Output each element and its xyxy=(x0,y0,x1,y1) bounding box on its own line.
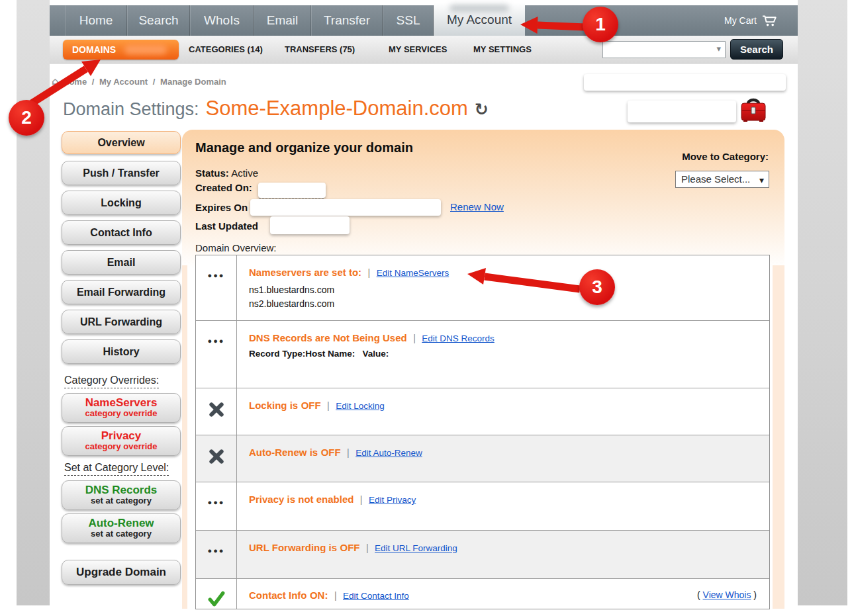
redaction-box xyxy=(258,183,326,198)
nav-tab-search[interactable]: Search xyxy=(127,5,190,36)
upgrade-domain-button[interactable]: Upgrade Domain xyxy=(62,560,181,585)
row-title: Locking is xyxy=(249,400,298,411)
toolbox-icon[interactable] xyxy=(737,94,770,127)
sidebar-tab-history[interactable]: History xyxy=(62,339,181,364)
left-gutter xyxy=(17,0,50,605)
sidebar-tab-email-forwarding[interactable]: Email Forwarding xyxy=(62,280,181,304)
nav-tab-email[interactable]: Email xyxy=(254,5,311,36)
edit-locking-link[interactable]: Edit Locking xyxy=(336,401,385,411)
redaction-smudge xyxy=(450,5,509,12)
x-icon xyxy=(209,402,224,418)
move-to-category-label: Move to Category: xyxy=(682,151,769,162)
view-whois-wrap: ( View Whois ) xyxy=(697,590,757,600)
edit-nameservers-link[interactable]: Edit NameServers xyxy=(377,268,450,278)
row-title: Nameservers are set to: xyxy=(249,267,361,278)
sidebar-tab-locking[interactable]: Locking xyxy=(62,191,181,215)
row-state: OFF xyxy=(340,542,360,553)
row-state: ON: xyxy=(310,590,328,601)
row-title: Privacy is not enabled xyxy=(249,494,354,505)
edit-auto-renew-link[interactable]: Edit Auto-Renew xyxy=(355,448,422,458)
nav-tab-ssl[interactable]: SSL xyxy=(383,5,434,36)
dns-record-detail: Record Type:Host Name: Value: xyxy=(249,349,759,359)
dots-icon: ●●● xyxy=(208,547,225,554)
redaction-box xyxy=(628,101,736,122)
domain-overview-table: ●●● Nameservers are set to: | Edit NameS… xyxy=(195,255,770,609)
check-icon xyxy=(208,591,225,607)
button-subtitle: set at category xyxy=(62,529,180,539)
button-title: Privacy xyxy=(62,429,180,442)
separator: | xyxy=(327,400,330,411)
button-subtitle: set at category xyxy=(62,496,180,506)
breadcrumb-my-account[interactable]: My Account xyxy=(99,77,148,87)
edit-url-forwarding-link[interactable]: Edit URL Forwarding xyxy=(375,543,457,553)
separator: | xyxy=(366,543,369,553)
expires-label: Expires On xyxy=(195,202,248,213)
nav-tab-my-account[interactable]: My Account xyxy=(434,3,525,36)
table-row-locking: Locking is OFF | Edit Locking xyxy=(196,388,769,435)
renew-now-link[interactable]: Renew Now xyxy=(450,201,504,212)
domain-search-combobox[interactable]: ▾ xyxy=(602,41,726,58)
domain-search-input[interactable] xyxy=(604,42,710,57)
refresh-icon[interactable]: ↻ xyxy=(475,100,489,119)
redaction-smudge xyxy=(124,45,167,54)
sidebar-button-dns-records-category[interactable]: DNS Records set at category xyxy=(62,480,181,510)
nav-tab-transfer[interactable]: Transfer xyxy=(311,5,383,36)
row-title: DNS Records are xyxy=(249,332,330,343)
created-line: Created On: xyxy=(195,182,252,193)
screen: Home Search WhoIs Email Transfer SSL My … xyxy=(0,0,852,616)
right-gutter xyxy=(798,0,847,605)
dots-icon: ●●● xyxy=(208,498,225,506)
row-state: OFF xyxy=(301,400,321,411)
category-select[interactable]: Please Select... ▾ xyxy=(675,171,769,188)
subnav-domains-button[interactable]: DOMAINS xyxy=(63,40,179,60)
nav-tab-whois[interactable]: WhoIs xyxy=(190,5,254,36)
breadcrumb-current: Manage Domain xyxy=(160,77,226,87)
separator: | xyxy=(347,447,350,458)
separator: | xyxy=(413,333,416,343)
search-button[interactable]: Search xyxy=(730,39,783,60)
page: Home Search WhoIs Email Transfer SSL My … xyxy=(50,0,798,609)
my-cart-button[interactable]: My Cart xyxy=(724,5,778,36)
sidebar-tab-url-forwarding[interactable]: URL Forwarding xyxy=(62,310,181,334)
chevron-down-icon[interactable]: ▾ xyxy=(716,44,721,54)
sidebar-tab-email[interactable]: Email xyxy=(62,250,181,275)
redaction-box xyxy=(584,74,786,91)
updated-line: Last Updated xyxy=(195,220,258,232)
status-label: Status: xyxy=(195,167,229,179)
domains-label: DOMAINS xyxy=(72,44,116,55)
view-whois-link[interactable]: View Whois xyxy=(703,590,751,600)
dashed-underline xyxy=(259,198,324,198)
panel-edge xyxy=(182,265,187,609)
breadcrumb-separator: / xyxy=(92,77,95,87)
subnav-transfers[interactable]: TRANSFERS (75) xyxy=(285,40,355,60)
status-line: Status: Active xyxy=(195,167,258,179)
nav-tab-home[interactable]: Home xyxy=(65,5,127,36)
row-title: URL Forwarding is xyxy=(249,542,337,553)
dots-icon: ●●● xyxy=(208,271,225,279)
edit-privacy-link[interactable]: Edit Privacy xyxy=(369,495,416,505)
sub-navigation: DOMAINS CATEGORIES (14) TRANSFERS (75) M… xyxy=(50,36,798,64)
breadcrumb-home[interactable]: Home xyxy=(63,77,87,87)
edit-contact-info-link[interactable]: Edit Contact Info xyxy=(343,591,409,601)
cart-label: My Cart xyxy=(724,15,757,26)
subnav-my-services[interactable]: MY SERVICES xyxy=(389,40,447,60)
subnav-my-settings[interactable]: MY SETTINGS xyxy=(473,40,532,60)
title-prefix: Domain Settings: xyxy=(63,99,199,120)
sidebar-button-privacy-override[interactable]: Privacy category override xyxy=(62,426,181,456)
breadcrumb-separator: / xyxy=(153,77,156,87)
sidebar-button-nameservers-override[interactable]: NameServers category override xyxy=(62,393,181,423)
domain-name: Some-Example-Domain.com xyxy=(206,97,468,120)
x-icon xyxy=(209,449,224,464)
redaction-box xyxy=(270,216,350,234)
sidebar-tab-contact-info[interactable]: Contact Info xyxy=(62,220,181,245)
table-row-dns-records: ●●● DNS Records are Not Being Used | Edi… xyxy=(196,320,769,388)
sidebar-tab-overview[interactable]: Overview xyxy=(62,131,181,154)
subnav-categories[interactable]: CATEGORIES (14) xyxy=(189,40,263,60)
sidebar-button-auto-renew-category[interactable]: Auto-Renew set at category xyxy=(62,513,181,543)
sidebar-tab-push-transfer[interactable]: Push / Transfer xyxy=(62,161,181,185)
category-overrides-heading: Category Overrides: xyxy=(64,374,159,388)
panel-heading: Manage and organize your domain xyxy=(195,140,413,155)
nameserver-1: ns1.bluestardns.com xyxy=(249,283,759,297)
edit-dns-records-link[interactable]: Edit DNS Records xyxy=(422,333,495,343)
nameserver-2: ns2.bluestardns.com xyxy=(249,297,759,311)
